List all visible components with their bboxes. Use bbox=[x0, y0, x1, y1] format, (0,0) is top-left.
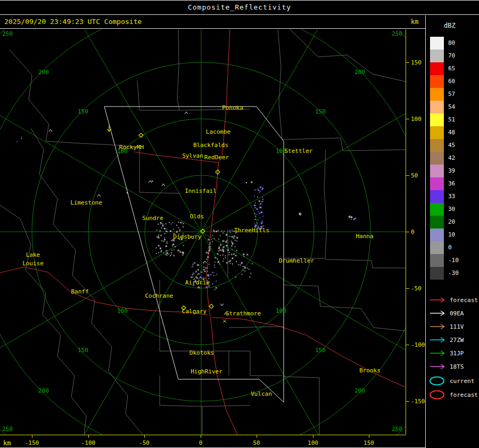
city-label-Lake: Lake bbox=[26, 251, 40, 258]
legend-label: 09EA bbox=[450, 310, 464, 317]
y-tick-label: 100 bbox=[411, 116, 422, 123]
y-tick bbox=[406, 119, 409, 119]
city-label-Cochrane: Cochrane bbox=[145, 292, 174, 299]
colorbar-swatch-0 bbox=[430, 241, 444, 254]
y-tick bbox=[406, 288, 409, 289]
city-label-ThreeHills: ThreeHills bbox=[234, 227, 269, 234]
colorbar-swatch-80 bbox=[430, 37, 444, 50]
svg-text:150: 150 bbox=[315, 347, 326, 354]
city-label-Ponoka: Ponoka bbox=[222, 104, 243, 111]
city-label-Stettler: Stettler bbox=[285, 148, 313, 154]
x-tick bbox=[369, 435, 369, 438]
city-label-Sylvan: Sylvan bbox=[182, 152, 203, 159]
y-tick-label: -100 bbox=[411, 341, 425, 348]
city-label-Olds: Olds bbox=[190, 213, 204, 220]
x-tick-label: -150 bbox=[20, 439, 44, 446]
legend-item-09EA-1: 09EA bbox=[429, 308, 464, 319]
colorbar-unit-label: dBZ bbox=[444, 22, 456, 29]
colorbar-value-42: 42 bbox=[448, 154, 455, 161]
colorbar-value-33: 33 bbox=[448, 193, 455, 200]
x-axis: km -150-100-50050100150 bbox=[0, 435, 406, 448]
city-label-Brooks: Brooks bbox=[359, 367, 381, 374]
legend-item-27ZW-3: 27ZW bbox=[429, 335, 464, 345]
svg-text:100: 100 bbox=[117, 307, 128, 314]
legend-arrow-icon bbox=[429, 322, 447, 331]
legend-label: 18TS bbox=[450, 363, 464, 370]
x-tick-label: 50 bbox=[245, 439, 268, 446]
colorbar-value-70: 70 bbox=[448, 52, 455, 59]
y-tick bbox=[406, 345, 409, 345]
x-tick-label: 0 bbox=[189, 439, 212, 446]
colorbar-swatch-54 bbox=[430, 101, 444, 113]
x-axis-unit-label: km bbox=[3, 439, 11, 447]
svg-text:200: 200 bbox=[38, 387, 49, 394]
svg-text:250: 250 bbox=[392, 426, 402, 433]
city-label-Hanna: Hanna bbox=[356, 233, 373, 240]
radar-map[interactable]: 2502001501001001502002501001502002501001… bbox=[0, 29, 406, 435]
legend-item-current-6: current bbox=[429, 376, 474, 386]
colorbar-value-30: 30 bbox=[448, 206, 455, 213]
city-label-Louise: Louise bbox=[22, 260, 44, 267]
legend-ellipse-icon bbox=[429, 390, 447, 400]
city-label-Strathmore: Strathmore bbox=[226, 310, 261, 317]
city-label-Drumheller: Drumheller bbox=[279, 257, 315, 264]
city-label-RedDeer: RedDeer bbox=[204, 154, 229, 161]
colorbar-value--10: -10 bbox=[448, 257, 459, 264]
x-tick bbox=[144, 435, 145, 438]
colorbar-swatch-57 bbox=[430, 88, 444, 101]
city-label-Blackfalds: Blackfalds bbox=[193, 142, 228, 149]
y-tick bbox=[406, 232, 409, 232]
city-label-Limestone: Limestone bbox=[70, 199, 102, 206]
colorbar-value-51: 51 bbox=[448, 116, 455, 123]
x-tick bbox=[257, 435, 257, 438]
y-axis-unit-label: km bbox=[411, 18, 418, 26]
legend-arrow-icon bbox=[429, 308, 447, 318]
colorbar-swatch-65 bbox=[430, 62, 444, 75]
y-tick-label: 0 bbox=[411, 229, 415, 235]
legend-arrow-icon bbox=[429, 295, 447, 305]
colorbar-value-80: 80 bbox=[448, 39, 455, 46]
x-tick bbox=[201, 435, 201, 438]
timestamp-label: 2025/09/20 23:49:23 UTC Composite bbox=[4, 18, 142, 26]
colorbar-value-60: 60 bbox=[448, 78, 455, 85]
colorbar-swatch-45 bbox=[430, 139, 444, 152]
svg-text:250: 250 bbox=[2, 30, 13, 37]
y-tick-label: 150 bbox=[411, 59, 422, 66]
colorbar-swatch-42 bbox=[430, 152, 444, 165]
colorbar-swatch-48 bbox=[430, 126, 444, 139]
y-tick-label: -150 bbox=[411, 398, 425, 405]
window-title: Composite_Reflectivity bbox=[0, 0, 479, 15]
colorbar-value-10: 10 bbox=[448, 231, 455, 238]
svg-text:200: 200 bbox=[354, 387, 365, 394]
colorbar-value-20: 20 bbox=[448, 218, 455, 225]
city-label-Okotoks: Okotoks bbox=[189, 349, 214, 356]
x-tick-label: -100 bbox=[77, 439, 100, 446]
svg-text:150: 150 bbox=[78, 347, 88, 354]
colorbar-swatch-36 bbox=[430, 177, 444, 190]
city-label-Sundre: Sundre bbox=[142, 215, 163, 222]
svg-text:150: 150 bbox=[315, 108, 326, 115]
colorbar-swatch-39 bbox=[430, 165, 444, 177]
x-tick-label: 150 bbox=[357, 439, 381, 446]
legend-panel: dBZ 807065605754514845423936333020100-10… bbox=[426, 15, 479, 448]
svg-text:*: * bbox=[250, 181, 253, 186]
x-tick bbox=[32, 435, 32, 438]
legend-item-18TS-5: 18TS bbox=[429, 361, 464, 372]
city-label-RockyMH: RockyMH bbox=[119, 144, 144, 151]
legend-item-31JP-4: 31JP bbox=[429, 348, 464, 359]
city-label-Airdrie: Airdrie bbox=[185, 279, 210, 286]
colorbar-value--30: -30 bbox=[448, 270, 459, 276]
legend-arrow-icon bbox=[429, 348, 447, 358]
legend-item-111V-2: 111V bbox=[429, 321, 464, 332]
city-label-Banff: Banff bbox=[71, 288, 88, 295]
y-tick-label: 50 bbox=[411, 172, 418, 179]
y-tick bbox=[406, 62, 409, 63]
colorbar-swatch-10 bbox=[430, 229, 444, 241]
legend-label: current bbox=[450, 378, 474, 385]
city-label-Innisfail: Innisfail bbox=[185, 188, 217, 194]
colorbar-swatch--10 bbox=[430, 254, 444, 267]
colorbar-swatch-20 bbox=[430, 216, 444, 229]
colorbar-swatch--30 bbox=[430, 267, 444, 280]
legend-arrow-icon bbox=[429, 335, 447, 345]
x-tick bbox=[313, 435, 313, 438]
